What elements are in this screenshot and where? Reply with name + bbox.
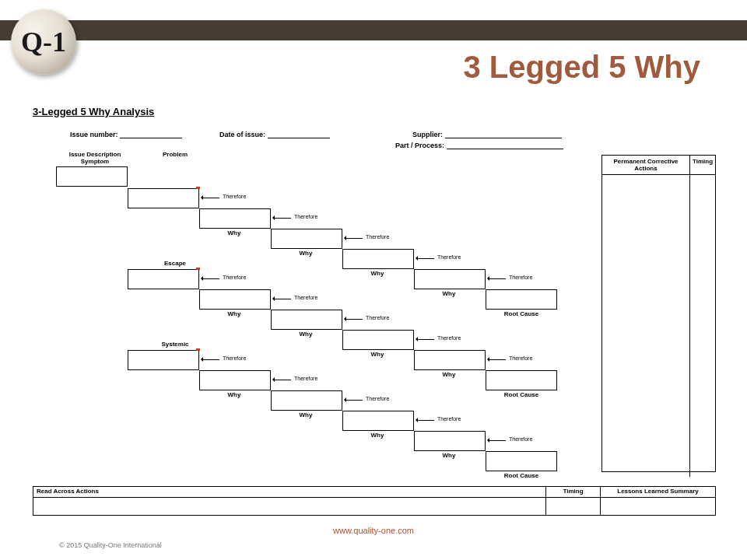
box-p3 [271,229,342,249]
arrow [202,278,219,279]
lbl-read-across: Read Across Actions [33,487,545,498]
lbl-timing: Timing [690,156,715,174]
lbl-lessons: Lessons Learned Summary [601,487,715,498]
arrow [274,380,291,380]
box-e1 [128,269,199,289]
lbl-issue-number: Issue number: [70,131,118,138]
lbl-why: Why [366,270,389,277]
lbl-why: Why [366,432,389,439]
arrow [345,238,363,239]
arrow [202,359,219,360]
footer-copyright: © 2015 Quality-One International [59,541,162,549]
box-e4 [342,330,414,350]
lbl-systemic: Systemic [148,341,202,348]
lbl-root-cause: Root Cause [500,472,543,479]
lbl-why: Why [223,391,246,398]
lbl-issue-desc-l2: Symptom [81,158,109,165]
arrow [489,440,506,441]
box-p4 [342,249,414,269]
box-e2 [199,289,271,310]
arrow [417,420,434,421]
lbl-therefore: Therefore [294,295,317,300]
lbl-therefore: Therefore [437,416,461,422]
lbl-escape: Escape [148,260,202,267]
box-p5 [414,269,486,289]
box-s4 [342,411,414,431]
subtitle: 3-Legged 5 Why Analysis [33,106,154,117]
arrow [417,258,434,259]
lbl-problem: Problem [148,151,202,158]
lbl-therefore: Therefore [509,275,532,280]
lbl-why: Why [437,452,461,459]
box-s3 [271,390,342,411]
box-symptom [56,166,128,187]
box-p1 [128,188,199,208]
lbl-issue-desc-l1: Issue Description [69,151,121,158]
lbl-pca: Permanent Corrective Actions [602,156,690,174]
arrow [345,319,363,320]
lbl-therefore: Therefore [366,234,389,240]
arrow [489,278,506,279]
lbl-therefore: Therefore [509,436,532,442]
bottom-row: Read Across Actions Timing Lessons Learn… [33,486,716,516]
arrow [274,218,291,219]
box-s2 [199,370,271,390]
pca-panel: Permanent Corrective Actions Timing [601,155,716,472]
arrow [489,359,506,360]
lbl-therefore: Therefore [223,355,246,361]
lbl-therefore: Therefore [294,376,317,381]
lbl-therefore: Therefore [437,254,461,260]
lbl-why: Why [294,250,317,257]
lbl-therefore: Therefore [294,214,317,219]
arrow [274,299,291,299]
lbl-therefore: Therefore [366,315,389,320]
box-s1 [128,350,199,370]
redtick [196,268,200,270]
lbl-therefore: Therefore [223,194,246,199]
arrow [417,339,434,340]
box-s-root [486,451,557,471]
lbl-therefore: Therefore [437,335,461,341]
footer-url: www.quality-one.com [0,526,747,535]
page-title: 3 Legged 5 Why [464,50,701,85]
q1-logo: Q-1 [11,9,76,75]
lbl-why: Why [437,290,461,297]
redtick [196,348,200,351]
lbl-why: Why [223,229,246,236]
lbl-why: Why [294,411,317,418]
arrow [202,198,219,198]
box-e5 [414,350,486,370]
lbl-therefore: Therefore [223,275,246,280]
lbl-timing2: Timing [546,487,600,498]
lbl-therefore: Therefore [366,396,389,401]
lbl-why: Why [437,371,461,378]
box-e-root [486,370,557,390]
box-p-root [486,289,557,310]
header-bar [0,20,747,40]
lbl-date-of-issue: Date of issue: [219,131,265,138]
box-p2 [199,208,271,229]
lbl-part-process: Part / Process: [395,142,444,149]
lbl-root-cause: Root Cause [500,310,543,317]
lbl-why: Why [223,310,246,317]
lbl-why: Why [294,331,317,338]
logo-text: Q-1 [21,26,66,58]
redtick [196,187,200,189]
arrow [345,400,363,401]
lbl-supplier: Supplier: [412,131,443,138]
box-e3 [271,310,342,330]
box-s5 [414,431,486,451]
lbl-therefore: Therefore [509,355,532,361]
lbl-why: Why [366,351,389,358]
lbl-root-cause: Root Cause [500,391,543,398]
